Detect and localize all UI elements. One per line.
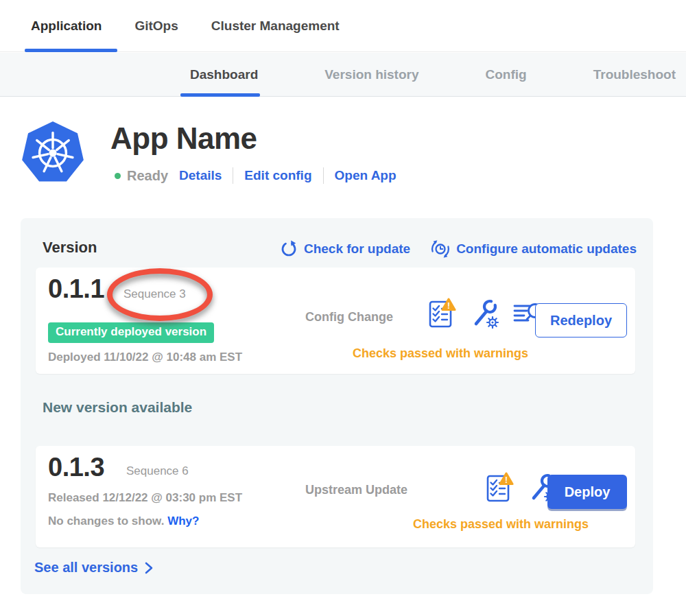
divider (233, 167, 233, 184)
kubernetes-logo (21, 120, 84, 185)
preflight-checks-icon[interactable]: ! (483, 472, 514, 504)
redeploy-button[interactable]: Redeploy (535, 303, 627, 337)
available-version-card: 0.1.3 Sequence 6 Released 12/12/22 @ 03:… (36, 446, 635, 547)
tab-version-history[interactable]: Version history (324, 53, 418, 97)
available-version-number: 0.1.3 (48, 453, 104, 482)
configure-automatic-updates-link[interactable]: Configure automatic updates (431, 239, 637, 259)
version-source-label: Upstream Update (305, 483, 407, 497)
chevron-right-icon (145, 562, 153, 574)
deployed-version-actions: ! (425, 298, 545, 329)
version-panel-actions: Check for update Configure automatic upd… (280, 239, 637, 259)
open-app-link[interactable]: Open App (335, 168, 397, 183)
version-panel: Version Check for update Configur (21, 218, 653, 594)
tab-troubleshoot[interactable]: Troubleshoot (593, 53, 676, 97)
checks-status-warning: Checks passed with warnings (398, 517, 604, 532)
edit-config-link[interactable]: Edit config (244, 168, 311, 183)
available-version-actions: ! (483, 472, 557, 504)
sub-nav: Dashboard Version history Config Trouble… (0, 53, 686, 97)
deploy-button[interactable]: Deploy (547, 475, 627, 509)
top-nav-item-cluster-management[interactable]: Cluster Management (211, 0, 340, 52)
preflight-checks-icon[interactable]: ! (425, 298, 457, 329)
configure-automatic-updates-label: Configure automatic updates (456, 241, 637, 257)
config-wrench-icon[interactable] (469, 298, 499, 329)
see-all-versions-link[interactable]: See all versions (34, 560, 153, 576)
details-link[interactable]: Details (179, 168, 222, 183)
checks-status-warning: Checks passed with warnings (338, 346, 543, 361)
currently-deployed-badge: Currently deployed version (48, 322, 214, 343)
refresh-icon (280, 240, 298, 258)
version-panel-title: Version (43, 239, 97, 257)
clock-refresh-icon (431, 239, 450, 259)
deployed-sequence-label: Sequence 3 (123, 287, 186, 301)
deployed-version-card: 0.1.1 Sequence 3 Currently deployed vers… (36, 268, 635, 374)
check-for-update-link[interactable]: Check for update (280, 240, 410, 258)
svg-text:!: ! (447, 301, 450, 311)
deployed-version-number: 0.1.1 (48, 274, 104, 304)
top-nav-item-gitops[interactable]: GitOps (134, 0, 178, 52)
available-sequence-label: Sequence 6 (126, 464, 189, 478)
app-dashboard-page: Application GitOps Cluster Management Da… (0, 0, 686, 616)
tab-dashboard[interactable]: Dashboard (190, 53, 258, 97)
svg-text:!: ! (505, 475, 508, 485)
changes-note: No changes to show. Why? (48, 514, 199, 528)
version-source-label: Config Change (305, 310, 393, 324)
top-nav: Application GitOps Cluster Management (0, 0, 686, 52)
top-nav-item-application[interactable]: Application (31, 0, 102, 52)
check-for-update-label: Check for update (304, 241, 410, 257)
no-changes-label: No changes to show. (48, 514, 164, 528)
see-all-versions-label: See all versions (34, 560, 138, 576)
status-dot-icon (115, 173, 121, 179)
divider (323, 167, 324, 184)
released-timestamp: Released 12/12/22 @ 03:30 pm EST (48, 491, 242, 505)
tab-config[interactable]: Config (486, 53, 527, 97)
app-name-title: App Name (110, 121, 257, 156)
app-status-row: Ready Details Edit config Open App (115, 167, 397, 185)
why-link[interactable]: Why? (167, 514, 199, 528)
status-label: Ready (127, 168, 168, 184)
deployed-timestamp: Deployed 11/10/22 @ 10:48 am EST (48, 351, 242, 364)
new-version-heading: New version available (43, 399, 192, 416)
app-status: Ready (115, 168, 168, 184)
